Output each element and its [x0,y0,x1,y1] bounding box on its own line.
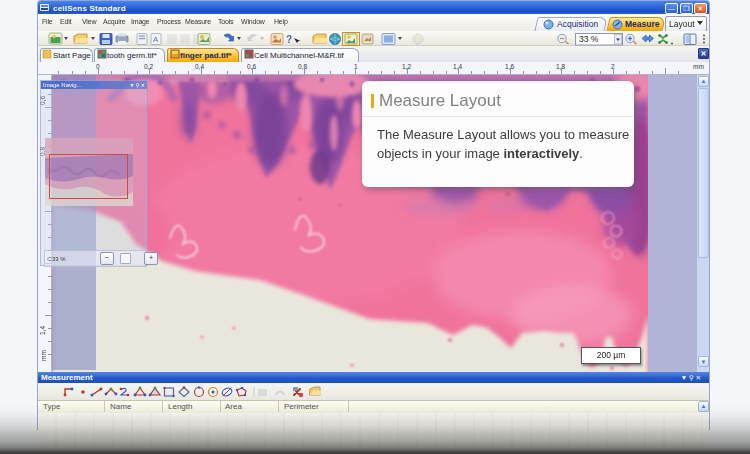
svg-text:33 %: 33 % [579,34,599,44]
svg-text:A: A [153,35,159,44]
svg-text:?: ? [286,34,292,45]
